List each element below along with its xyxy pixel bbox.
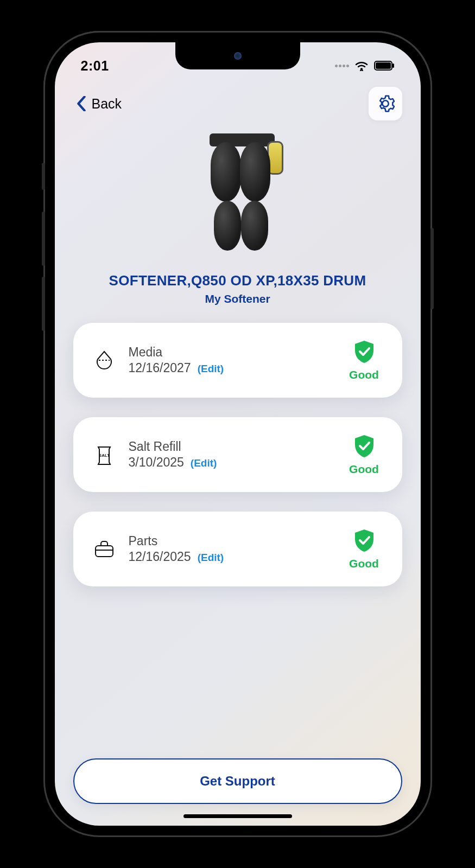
back-label: Back bbox=[92, 96, 122, 112]
status-time: 2:01 bbox=[81, 58, 109, 74]
cellular-dots-icon bbox=[335, 65, 349, 67]
svg-point-0 bbox=[360, 68, 362, 70]
status-label: Good bbox=[343, 463, 386, 476]
card-date: 3/10/2025 bbox=[129, 455, 184, 470]
card-label: Media bbox=[129, 345, 343, 360]
product-title: SOFTENER,Q850 OD XP,18X35 DRUM bbox=[73, 272, 402, 289]
svg-rect-6 bbox=[96, 546, 113, 557]
get-support-button[interactable]: Get Support bbox=[73, 758, 402, 804]
product-subtitle: My Softener bbox=[73, 292, 402, 305]
gear-icon bbox=[376, 94, 395, 113]
status-label: Good bbox=[343, 368, 386, 381]
shield-check-icon bbox=[352, 339, 377, 364]
wifi-icon bbox=[354, 60, 369, 71]
chevron-left-icon bbox=[77, 96, 86, 111]
back-button[interactable]: Back bbox=[77, 96, 122, 112]
power-button bbox=[430, 228, 434, 309]
volume-down-button bbox=[42, 277, 45, 331]
toolbox-icon bbox=[90, 537, 119, 561]
media-card[interactable]: Media 12/16/2027 (Edit) Good bbox=[73, 323, 402, 398]
edit-link[interactable]: (Edit) bbox=[198, 552, 224, 564]
card-date: 12/16/2027 bbox=[129, 361, 191, 375]
home-indicator[interactable] bbox=[183, 814, 292, 818]
battery-icon bbox=[374, 61, 395, 71]
status-cards: Media 12/16/2027 (Edit) Good SALT bbox=[73, 323, 402, 586]
status-icons bbox=[335, 60, 395, 71]
status-label: Good bbox=[343, 557, 386, 570]
screen: 2:01 Back bbox=[55, 42, 421, 826]
edit-link[interactable]: (Edit) bbox=[198, 363, 224, 375]
notch bbox=[175, 42, 300, 69]
salt-bag-icon: SALT bbox=[90, 443, 119, 467]
svg-rect-2 bbox=[376, 62, 391, 69]
parts-card[interactable]: Parts 12/16/2025 (Edit) Good bbox=[73, 512, 402, 586]
front-camera-icon bbox=[234, 52, 242, 60]
salt-refill-card[interactable]: SALT Salt Refill 3/10/2025 (Edit) Good bbox=[73, 417, 402, 492]
shield-check-icon bbox=[352, 433, 377, 458]
card-date: 12/16/2025 bbox=[129, 550, 191, 564]
phone-frame: 2:01 Back bbox=[45, 33, 430, 835]
nav-bar: Back bbox=[55, 79, 421, 126]
edit-link[interactable]: (Edit) bbox=[191, 457, 217, 469]
volume-up-button bbox=[42, 212, 45, 266]
product-image bbox=[194, 131, 281, 261]
card-label: Parts bbox=[129, 534, 343, 548]
card-label: Salt Refill bbox=[129, 439, 343, 454]
silent-switch bbox=[42, 163, 45, 190]
content: SOFTENER,Q850 OD XP,18X35 DRUM My Soften… bbox=[55, 126, 421, 758]
media-icon bbox=[90, 348, 119, 372]
shield-check-icon bbox=[352, 528, 377, 553]
svg-rect-3 bbox=[392, 63, 394, 68]
settings-button[interactable] bbox=[369, 87, 402, 120]
svg-text:SALT: SALT bbox=[98, 453, 109, 458]
